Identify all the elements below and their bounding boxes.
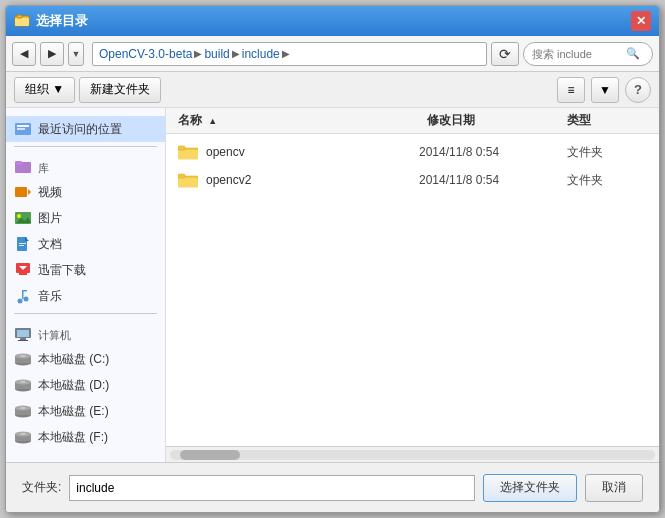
refresh-button[interactable]: ⟳ — [491, 42, 519, 66]
file-name: opencv — [206, 145, 411, 159]
cancel-button[interactable]: 取消 — [585, 474, 643, 502]
address-bar: ◀ ▶ ▼ OpenCV-3.0-beta ▶ build ▶ include … — [6, 36, 659, 72]
sidebar-item-doc[interactable]: 文档 — [6, 231, 165, 257]
recent-label: 最近访问的位置 — [38, 121, 122, 138]
sidebar-item-disk-e[interactable]: 本地磁盘 (E:) — [6, 398, 165, 424]
file-date: 2014/11/8 0:54 — [419, 145, 559, 159]
svg-rect-1 — [15, 18, 29, 26]
svg-rect-2 — [17, 15, 22, 18]
svg-rect-47 — [178, 146, 185, 150]
window-title: 选择目录 — [36, 12, 631, 30]
sidebar-item-image[interactable]: 图片 — [6, 205, 165, 231]
col-type-header[interactable]: 类型 — [567, 112, 647, 129]
nav-dropdown-button[interactable]: ▼ — [68, 42, 84, 66]
sort-arrow: ▲ — [208, 116, 217, 126]
computer-section-icon — [14, 326, 32, 344]
sidebar: 最近访问的位置 库 — [6, 108, 166, 462]
library-icon — [14, 159, 32, 177]
search-icon: 🔍 — [626, 47, 640, 60]
sidebar-item-recent[interactable]: 最近访问的位置 — [6, 116, 165, 142]
toolbar-right: ≡ ▼ ? — [557, 77, 651, 103]
file-type: 文件夹 — [567, 144, 647, 161]
svg-rect-51 — [178, 174, 185, 178]
video-label: 视频 — [38, 184, 62, 201]
help-button[interactable]: ? — [625, 77, 651, 103]
download-icon — [14, 261, 32, 279]
svg-rect-19 — [19, 273, 27, 275]
disk-f-label: 本地磁盘 (F:) — [38, 429, 108, 446]
file-name: opencv2 — [206, 173, 411, 187]
breadcrumb-path: OpenCV-3.0-beta ▶ build ▶ include ▶ — [92, 42, 487, 66]
svg-rect-4 — [17, 125, 29, 127]
back-button[interactable]: ◀ — [12, 42, 36, 66]
col-date-header[interactable]: 修改日期 — [427, 112, 567, 129]
svg-point-39 — [20, 407, 26, 409]
music-icon — [14, 287, 32, 305]
bottom-bar: 文件夹: 选择文件夹 取消 — [6, 462, 659, 512]
file-list-header: 名称 ▲ 修改日期 类型 — [166, 108, 659, 134]
dialog-window: 选择目录 ✕ ◀ ▶ ▼ OpenCV-3.0-beta ▶ build ▶ i… — [5, 5, 660, 513]
search-input[interactable] — [532, 48, 622, 60]
svg-rect-16 — [19, 245, 24, 246]
sidebar-divider-2 — [14, 313, 157, 314]
disk-d-label: 本地磁盘 (D:) — [38, 377, 109, 394]
svg-marker-9 — [28, 189, 31, 195]
svg-point-43 — [20, 433, 26, 435]
disk-e-label: 本地磁盘 (E:) — [38, 403, 109, 420]
title-icon — [14, 13, 30, 29]
recent-icon — [14, 120, 32, 138]
organize-button[interactable]: 组织 ▼ — [14, 77, 75, 103]
svg-point-35 — [20, 381, 26, 383]
folder-label: 文件夹: — [22, 479, 61, 496]
view-dropdown-button[interactable]: ▼ — [591, 77, 619, 103]
breadcrumb-root[interactable]: OpenCV-3.0-beta — [99, 47, 192, 61]
disk-c-icon — [14, 350, 32, 368]
sidebar-item-disk-d[interactable]: 本地磁盘 (D:) — [6, 372, 165, 398]
disk-c-label: 本地磁盘 (C:) — [38, 351, 109, 368]
breadcrumb-include[interactable]: include — [242, 47, 280, 61]
svg-rect-50 — [178, 178, 198, 187]
svg-rect-27 — [18, 340, 28, 341]
sidebar-item-disk-f[interactable]: 本地磁盘 (F:) — [6, 424, 165, 450]
col-name-header[interactable]: 名称 ▲ — [178, 112, 427, 129]
disk-d-icon — [14, 376, 32, 394]
file-type: 文件夹 — [567, 172, 647, 189]
forward-button[interactable]: ▶ — [40, 42, 64, 66]
sidebar-computer-section: 计算机 — [6, 318, 165, 346]
svg-marker-14 — [25, 237, 29, 241]
svg-rect-26 — [20, 338, 26, 340]
svg-point-21 — [24, 297, 29, 302]
svg-point-31 — [20, 355, 26, 357]
sidebar-item-video[interactable]: 视频 — [6, 179, 165, 205]
svg-point-20 — [18, 299, 23, 304]
disk-f-icon — [14, 428, 32, 446]
title-bar: 选择目录 ✕ — [6, 6, 659, 36]
horizontal-scrollbar[interactable] — [166, 446, 659, 462]
disk-e-icon — [14, 402, 32, 420]
new-folder-button[interactable]: 新建文件夹 — [79, 77, 161, 103]
folder-icon — [178, 170, 198, 190]
sidebar-library-section: 库 — [6, 151, 165, 179]
breadcrumb-build[interactable]: build — [204, 47, 229, 61]
doc-label: 文档 — [38, 236, 62, 253]
close-button[interactable]: ✕ — [631, 11, 651, 31]
sidebar-item-disk-c[interactable]: 本地磁盘 (C:) — [6, 346, 165, 372]
svg-rect-5 — [17, 128, 25, 130]
doc-icon — [14, 235, 32, 253]
image-label: 图片 — [38, 210, 62, 227]
select-folder-button[interactable]: 选择文件夹 — [483, 474, 577, 502]
file-list-area: 名称 ▲ 修改日期 类型 — [166, 108, 659, 462]
folder-input[interactable] — [69, 475, 475, 501]
table-row[interactable]: opencv2 2014/11/8 0:54 文件夹 — [166, 166, 659, 194]
svg-point-11 — [17, 214, 21, 218]
table-row[interactable]: opencv 2014/11/8 0:54 文件夹 — [166, 138, 659, 166]
svg-rect-25 — [17, 330, 29, 337]
sidebar-item-download[interactable]: 迅雷下载 — [6, 257, 165, 283]
video-icon — [14, 183, 32, 201]
sidebar-item-music[interactable]: 音乐 — [6, 283, 165, 309]
view-button[interactable]: ≡ — [557, 77, 585, 103]
svg-rect-8 — [15, 187, 27, 197]
toolbar: 组织 ▼ 新建文件夹 ≡ ▼ ? — [6, 72, 659, 108]
search-box[interactable]: 🔍 — [523, 42, 653, 66]
svg-rect-7 — [15, 161, 22, 165]
